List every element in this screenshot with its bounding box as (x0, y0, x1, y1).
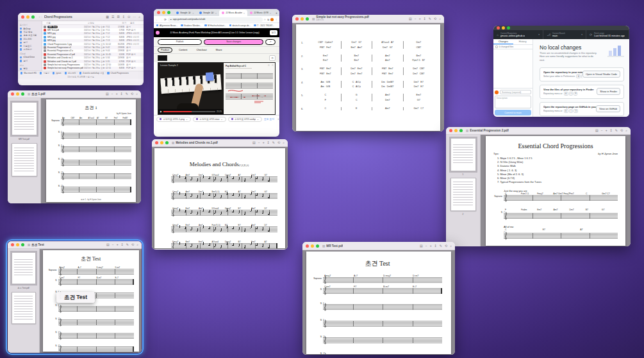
path-item[interactable]: jiyeon (56, 72, 61, 74)
new-tab-button[interactable]: + (274, 11, 279, 16)
menu-icon[interactable]: ⋮ (275, 18, 277, 21)
profile-avatar[interactable] (270, 18, 274, 21)
page-thumbnail[interactable] (450, 178, 476, 211)
markup-icon[interactable]: ✎ (272, 141, 275, 144)
action-menu-icon[interactable]: ⋯ (133, 15, 136, 19)
window-controls[interactable] (8, 92, 28, 96)
zoom-in-icon[interactable]: + (116, 92, 118, 96)
download-item[interactable]: 수업자료 0721.mov⌄ (193, 117, 226, 122)
bookmark-item[interactable]: T · 2021 TRUST... (254, 24, 274, 27)
download-item[interactable]: 수업자료 0721-1.png⌄ (156, 117, 191, 122)
browser-tab[interactable]: Google 캘린더× (197, 10, 220, 16)
window-controls[interactable] (18, 15, 38, 19)
finder-path-bar[interactable]: Macintosh HD›사용자›jiyeon›데스크탑›4 weeks wor… (18, 71, 144, 75)
sidebar-icon[interactable]: ▤ (106, 92, 109, 96)
back-icon[interactable]: ← (156, 18, 159, 21)
simple-progressions-window[interactable]: ▤ Simple but not easy Progressions.pdf 1… (292, 15, 444, 132)
sidebar-icon[interactable]: ▤ (595, 129, 599, 132)
tab-changes[interactable]: Changes (493, 39, 513, 44)
tab-close-icon[interactable]: × (270, 12, 271, 15)
address-bar[interactable]: 🔒︎app.gumroad.com/products/edit (168, 17, 263, 22)
tab-product[interactable]: Product (158, 47, 172, 53)
markup-icon[interactable]: ✎ (429, 17, 431, 21)
path-item[interactable]: 데스크탑 (68, 72, 76, 74)
video-player[interactable]: Lesson Sample 2 ⚙︎ ⇱ ▶ 21:25 Pop Ballad … (158, 62, 276, 115)
sidebar-toggle-icon[interactable]: ▤ (28, 243, 30, 246)
share-icon[interactable]: ↥ (122, 15, 125, 19)
window-controls[interactable] (446, 129, 466, 132)
share-icon[interactable]: ↥ (267, 141, 270, 144)
bookmark-item[interactable]: deutsch-songs-de... (229, 24, 251, 27)
extensions-icon[interactable]: ⧉ (267, 18, 269, 21)
essential-window[interactable]: ▤ Essential Progression 2.pdf ▤−+↥✎⟲⌕ 1 … (446, 127, 631, 246)
page-thumbnail[interactable] (12, 292, 36, 324)
search-icon[interactable]: ⌕ (283, 141, 285, 144)
browser-tab[interactable]: Google 캘린더× (174, 10, 197, 16)
window-controls[interactable] (302, 244, 322, 248)
show-all-downloads[interactable]: 모두 표시 (264, 117, 274, 121)
zoom-in-icon[interactable]: + (419, 17, 421, 21)
table-row[interactable]: Essential Progression v2.pdf2021년 7월 28일… (42, 53, 144, 56)
cart-button[interactable]: ⛁1 (270, 30, 277, 35)
sidebar-toggle-icon[interactable]: ▤ (28, 92, 30, 96)
rotate-icon[interactable]: ⟲ (131, 243, 134, 246)
rotate-icon[interactable]: ⟲ (131, 92, 133, 96)
card-action-button[interactable]: Open in Visual Studio Code (582, 71, 620, 78)
melodies-window[interactable]: ▤ Melodies and Chords no.1.pdf ▤−+↥✎⟲⌕ M… (152, 139, 288, 250)
publish-button[interactable]: Publish (158, 39, 202, 45)
table-row[interactable]: MR2.jpg2021년 7월 26일 오후 7:1284KBJPEG 이미지 (42, 35, 144, 38)
table-row[interactable]: MR Test.pdf2021년 7월 27일 오후 7:5157KBPDF 문… (42, 28, 144, 31)
zoom-out-icon[interactable]: − (425, 244, 427, 248)
video-progress[interactable] (163, 111, 215, 112)
share-icon[interactable]: ↥ (120, 92, 123, 96)
sidebar-item-문서[interactable]: 문서 (20, 59, 42, 62)
window-controls[interactable] (154, 11, 174, 16)
markup-icon[interactable]: ✎ (126, 92, 128, 96)
pip-icon[interactable]: ⇱ (272, 64, 274, 67)
file-list[interactable]: MR Test2021년 7월 27일 오후 7:51174KB문서MR Tes… (42, 25, 144, 70)
search-icon[interactable]: ⌕ (439, 17, 441, 21)
zoom-out-icon[interactable]: − (601, 129, 603, 132)
table-row[interactable]: Essential Progression v2 a2021년 7월 28일 오… (42, 49, 144, 53)
sidebar-toggle-icon[interactable]: ▤ (322, 244, 325, 248)
chevron-down-icon[interactable]: ⌄ (186, 118, 188, 121)
tab-close-icon[interactable]: × (215, 12, 217, 15)
close-icon[interactable]: × (277, 117, 279, 121)
markup-icon[interactable]: ✎ (126, 243, 129, 246)
zoom-in-icon[interactable]: + (606, 129, 607, 132)
column-header-크기[interactable]: 크기 (115, 22, 126, 24)
bookmark-item[interactable]: Studiere Werden... (181, 24, 201, 27)
page-thumbnail[interactable] (450, 138, 476, 171)
sight1-window[interactable]: ▤ 초견 1.pdf ▤−+↥✎⟲⌕ MR Test.pdf 초견 1by H … (8, 90, 141, 203)
table-row[interactable]: Essential Progression v22021년 7월 28일 오후 … (42, 46, 144, 49)
tab-share[interactable]: Share (213, 48, 224, 52)
sidebar-icon[interactable]: ▤ (106, 243, 110, 246)
browser-tab[interactable]: JJ Music @789onli× (247, 10, 274, 16)
card-action-button[interactable]: Show in Finder (597, 88, 620, 95)
tab-close-icon[interactable]: × (192, 12, 194, 15)
share-icon[interactable]: ↥ (434, 244, 437, 248)
table-row[interactable]: Chord Progressions 1.jpg2021년 7월 29일 오전 … (42, 42, 144, 46)
forward-icon[interactable]: → (160, 18, 163, 21)
toolbar-branch[interactable]: ⎇Current Branchmain▾ (543, 30, 586, 39)
download-item[interactable]: 수업자료 0721.webp⌄ (228, 117, 262, 122)
window-controls[interactable] (292, 17, 312, 21)
markup-icon[interactable]: ✎ (615, 129, 618, 132)
share-icon[interactable]: ↥ (424, 17, 426, 21)
finder-window[interactable]: ‹ › Chord Progressions ▦☰⊞↥⊙⋯⌕ 즐겨찾기AirDr… (18, 13, 144, 85)
share-button[interactable]: ↗ (265, 39, 276, 45)
bookmark-item[interactable]: Allgemeine Bewe... (156, 24, 178, 27)
table-row[interactable]: Simple but not easy Progressions.pdf2021… (42, 67, 144, 70)
rotate-icon[interactable]: ⟲ (445, 244, 447, 248)
github-desktop-window[interactable]: ⌂Current Repositoryjjmusic-online.github… (493, 26, 629, 117)
save-changes-button[interactable]: Save changes (204, 39, 263, 45)
path-item[interactable]: Chord Progressions (111, 72, 129, 74)
window-controls[interactable] (8, 243, 28, 246)
rotate-icon[interactable]: ⟲ (620, 129, 623, 132)
page-thumbnail[interactable] (12, 102, 37, 135)
zoom-out-icon[interactable]: − (111, 92, 113, 96)
list-view-icon[interactable]: ☰ (111, 15, 114, 19)
sidebar-item-스크린샷[interactable]: 스크린샷 (20, 47, 42, 51)
thumbnail-sidebar[interactable]: 초견 Test.pdf (8, 249, 40, 353)
browser-window[interactable]: Google 캘린더×Google 캘린더×JJ Music Academy (… (154, 9, 279, 137)
